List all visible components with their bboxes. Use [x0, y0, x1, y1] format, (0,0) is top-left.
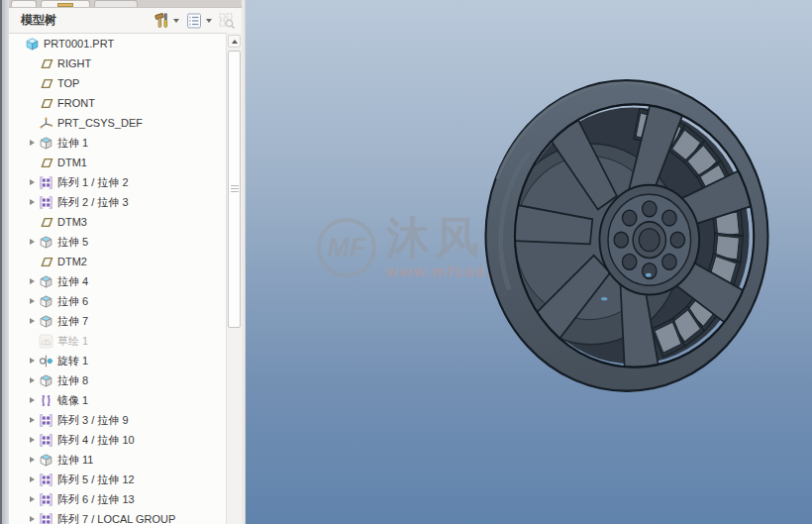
navigator-tab[interactable]: [11, 0, 37, 7]
tree-item-label: 拉伸 11: [57, 450, 93, 470]
pattern-icon: [39, 512, 53, 524]
expand-arrow-icon[interactable]: [25, 476, 39, 482]
tree-item-label: 阵列 4 / 拉伸 10: [57, 430, 135, 450]
datum-plane-icon: [39, 215, 53, 230]
tree-display-dropdown[interactable]: [206, 19, 212, 23]
window-left-edge: [0, 0, 9, 524]
expand-arrow-icon[interactable]: [25, 516, 39, 522]
expand-arrow-icon[interactable]: [25, 318, 39, 324]
tree-search-button[interactable]: [216, 10, 238, 32]
tree-item[interactable]: DTM2: [9, 252, 226, 271]
background-peek-highlight: [646, 273, 652, 277]
expand-arrow-icon[interactable]: [25, 140, 39, 146]
expand-arrow-icon[interactable]: [25, 377, 39, 383]
tree-item-label: 阵列 5 / 拉伸 12: [57, 470, 135, 489]
display-list-icon: [185, 12, 203, 30]
scroll-up-button[interactable]: [228, 35, 241, 48]
tree-item[interactable]: 草绘 1: [9, 331, 226, 351]
tree-item-label: FRONT: [57, 93, 95, 113]
tree-item[interactable]: 阵列 1 / 拉伸 2: [9, 172, 226, 192]
expand-arrow-icon[interactable]: [25, 457, 39, 463]
tree-item-label: 拉伸 7: [57, 311, 88, 331]
expand-arrow-icon[interactable]: [25, 298, 39, 304]
tree-item[interactable]: DTM1: [9, 153, 226, 172]
tree-item-label: 阵列 1 / 拉伸 2: [57, 172, 129, 192]
tree-item-label: DTM1: [57, 153, 87, 172]
tree-item-label: 镜像 1: [57, 390, 88, 410]
tree-item-label: PRT0001.PRT: [44, 34, 114, 53]
tree-item-label: 旋转 1: [57, 351, 88, 370]
tree-item[interactable]: FRONT: [9, 93, 226, 113]
tree-item[interactable]: RIGHT: [9, 53, 226, 73]
tree-item-label: DTM2: [57, 252, 87, 271]
revolve-icon: [39, 354, 53, 368]
model-tree-header: 模型树: [9, 8, 242, 34]
tree-item[interactable]: 拉伸 1: [9, 133, 226, 153]
tree-item[interactable]: 阵列 3 / 拉伸 9: [9, 410, 226, 430]
navigator-tab-folder[interactable]: [41, 0, 90, 7]
scroll-up-icon: [232, 40, 238, 44]
model-tree: PRT0001.PRTRIGHTTOPFRONTPRT_CSYS_DEF拉伸 1…: [9, 34, 226, 524]
datum-plane-icon: [39, 156, 53, 170]
tree-item-label: 阵列 6 / 拉伸 13: [57, 489, 135, 509]
graphics-area[interactable]: MF 沐风网 www.mfcad.com: [246, 0, 812, 524]
tree-item[interactable]: 阵列 4 / 拉伸 10: [9, 430, 226, 450]
extrude-icon: [39, 294, 53, 309]
expand-arrow-icon[interactable]: [25, 199, 39, 205]
extrude-icon: [39, 453, 53, 468]
tools-icon: [152, 12, 170, 30]
tree-settings-button[interactable]: [151, 10, 172, 32]
tree-item[interactable]: PRT_CSYS_DEF: [9, 113, 226, 133]
tree-item[interactable]: 拉伸 4: [9, 271, 226, 291]
expand-arrow-icon[interactable]: [25, 496, 39, 502]
tree-item-label: 拉伸 8: [57, 370, 88, 390]
navigator-panel: 模型树: [9, 0, 242, 524]
tree-item[interactable]: 拉伸 5: [9, 232, 226, 252]
tree-item[interactable]: 拉伸 7: [9, 311, 226, 331]
tree-item-label: 拉伸 1: [57, 133, 88, 153]
expand-arrow-icon[interactable]: [25, 417, 39, 423]
tree-scrollbar[interactable]: [226, 33, 242, 524]
tree-item-label: 阵列 3 / 拉伸 9: [57, 410, 129, 430]
pattern-icon: [39, 413, 53, 428]
expand-arrow-icon[interactable]: [25, 179, 39, 185]
datum-plane-icon: [39, 76, 53, 91]
folder-icon: [57, 3, 73, 7]
tree-item[interactable]: TOP: [9, 73, 226, 93]
tree-item[interactable]: 阵列 7 / LOCAL GROUP: [9, 509, 226, 524]
part-icon: [25, 37, 40, 52]
tree-item[interactable]: PRT0001.PRT: [9, 34, 226, 53]
extrude-icon: [39, 136, 53, 151]
extrude-icon: [39, 235, 53, 250]
tree-item[interactable]: 镜像 1: [9, 390, 226, 410]
tree-item-label: 拉伸 4: [57, 271, 88, 291]
tree-item[interactable]: 阵列 6 / 拉伸 13: [9, 489, 226, 509]
tree-item[interactable]: 拉伸 8: [9, 370, 226, 390]
model-tree-title: 模型树: [21, 12, 151, 29]
tree-item-label: RIGHT: [57, 53, 91, 73]
tree-item-label: DTM3: [57, 212, 87, 232]
creo-window: 模型树: [0, 0, 812, 524]
expand-arrow-icon[interactable]: [25, 437, 39, 443]
navigator-tabstrip: [9, 0, 242, 8]
tree-item-label: 草绘 1: [57, 331, 88, 351]
expand-arrow-icon[interactable]: [25, 358, 39, 364]
tree-item[interactable]: 拉伸 6: [9, 291, 226, 311]
extrude-icon: [39, 314, 53, 329]
navigator-tab[interactable]: [94, 0, 138, 7]
tree-display-button[interactable]: [183, 10, 205, 32]
pattern-icon: [39, 433, 53, 448]
tree-item[interactable]: 阵列 2 / 拉伸 3: [9, 192, 226, 212]
csys-icon: [39, 116, 53, 131]
tree-item[interactable]: 旋转 1: [9, 351, 226, 370]
tree-settings-dropdown[interactable]: [173, 19, 179, 23]
scrollbar-thumb[interactable]: [228, 51, 241, 328]
tree-item[interactable]: 阵列 5 / 拉伸 12: [9, 470, 226, 489]
tree-item[interactable]: DTM3: [9, 212, 226, 232]
tree-item-label: 阵列 7 / LOCAL GROUP: [57, 509, 175, 524]
expand-arrow-icon[interactable]: [25, 278, 39, 284]
expand-arrow-icon[interactable]: [25, 397, 39, 403]
mirror-icon: [39, 393, 53, 408]
expand-arrow-icon[interactable]: [25, 239, 39, 245]
tree-item[interactable]: 拉伸 11: [9, 450, 226, 470]
